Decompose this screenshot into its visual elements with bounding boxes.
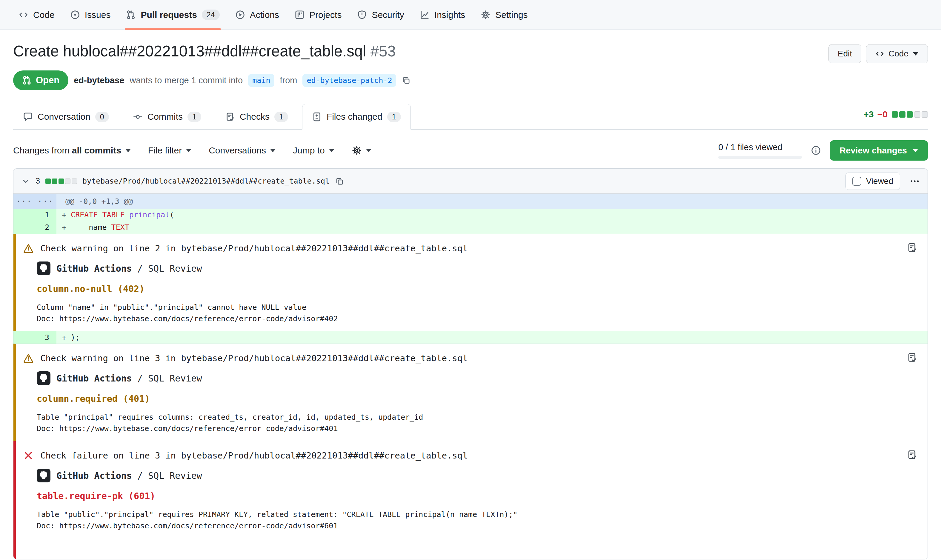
head-branch-label[interactable]: ed-bytebase-patch-2: [303, 74, 396, 87]
added-square: [892, 111, 898, 118]
tab-label: Conversation: [38, 112, 91, 122]
check-annotation-warning-402: Check warning on line 2 in bytebase/Prod…: [14, 234, 927, 331]
neutral-square: [65, 178, 71, 184]
diffstat-deletions: −0: [877, 109, 887, 119]
annotation-doc-link: Doc: https://www.bytebase.com/docs/refer…: [37, 423, 889, 434]
jump-to-label: Jump to: [293, 145, 325, 155]
comment-icon: [23, 112, 33, 122]
line-number[interactable]: 3: [14, 331, 57, 343]
gear-icon: [352, 145, 362, 155]
copy-icon[interactable]: [335, 177, 344, 186]
annotation-doc-link: Doc: https://www.bytebase.com/docs/refer…: [37, 313, 889, 325]
added-square: [899, 111, 906, 118]
tab-label: Commits: [148, 112, 183, 122]
edit-button[interactable]: Edit: [829, 44, 861, 63]
annotation-title: Check failure on line 3 in bytebase/Prod…: [40, 451, 468, 461]
diff-settings-dropdown[interactable]: [352, 145, 371, 155]
chevron-down-icon[interactable]: [21, 177, 30, 186]
neutral-square: [72, 178, 77, 184]
file-diff-icon: [312, 112, 322, 122]
kebab-menu-icon[interactable]: [910, 176, 920, 186]
check-annotation-failure-601: Check failure on line 3 in bytebase/Prod…: [14, 441, 927, 559]
expand-dots: ···: [14, 194, 35, 209]
check-source[interactable]: GitHub Actions / SQL Review: [57, 373, 202, 383]
pull-request-icon: [126, 10, 136, 20]
review-changes-button[interactable]: Review changes: [830, 140, 928, 161]
github-actions-avatar[interactable]: [37, 469, 51, 482]
hunk-header-text: @@ -0,0 +1,3 @@: [57, 194, 133, 209]
rule-title: table.require-pk (601): [37, 491, 889, 501]
file-filter-label: File filter: [148, 145, 182, 155]
chevron-down-icon: [913, 52, 919, 55]
github-actions-avatar[interactable]: [37, 262, 51, 275]
nav-item-actions[interactable]: Actions: [228, 0, 287, 29]
annotation-message: Table "public"."principal" requires PRIM…: [37, 509, 889, 520]
check-run-icon[interactable]: [907, 352, 917, 363]
conversations-label: Conversations: [209, 145, 266, 155]
rule-title: column.required (401): [37, 394, 889, 404]
file-changes-count: 3: [35, 177, 40, 186]
nav-item-insights[interactable]: Insights: [412, 0, 473, 29]
line-number[interactable]: 1: [14, 209, 57, 221]
changes-from-value: all commits: [72, 145, 121, 155]
nav-item-security[interactable]: Security: [349, 0, 412, 29]
tab-conversation[interactable]: Conversation 0: [13, 104, 119, 129]
diffstat-additions: +3: [864, 109, 874, 119]
line-number[interactable]: 2: [14, 221, 57, 234]
conversations-dropdown[interactable]: Conversations: [209, 145, 275, 155]
nav-item-issues[interactable]: Issues: [62, 0, 118, 29]
issue-icon: [70, 10, 80, 20]
tab-checks[interactable]: Checks 1: [215, 104, 298, 129]
pull-request-icon: [22, 75, 32, 85]
tab-count-badge: 1: [188, 112, 201, 122]
annotation-doc-link: Doc: https://www.bytebase.com/docs/refer…: [37, 520, 889, 532]
commit-icon: [133, 112, 143, 122]
neutral-square: [922, 111, 928, 118]
annotation-title: Check warning on line 2 in bytebase/Prod…: [40, 243, 468, 254]
check-source[interactable]: GitHub Actions / SQL Review: [57, 471, 202, 481]
check-source[interactable]: GitHub Actions / SQL Review: [57, 263, 202, 274]
nav-item-label: Insights: [434, 10, 465, 20]
added-square: [45, 178, 51, 184]
check-run-icon[interactable]: [907, 242, 917, 253]
nav-item-label: Issues: [85, 10, 111, 20]
nav-item-label: Settings: [495, 10, 527, 20]
hunk-header-row: ··· ··· @@ -0,0 +1,3 @@: [14, 194, 927, 209]
annotation-title: Check warning on line 3 in bytebase/Prod…: [40, 353, 468, 363]
github-actions-avatar[interactable]: [37, 371, 51, 385]
tab-label: Files changed: [327, 112, 383, 122]
added-square: [907, 111, 913, 118]
status-badge: Open: [13, 71, 68, 90]
chevron-down-icon: [912, 149, 918, 152]
nav-item-projects[interactable]: Projects: [287, 0, 349, 29]
base-branch-label[interactable]: main: [248, 74, 274, 87]
viewed-toggle-button[interactable]: Viewed: [846, 172, 900, 190]
nav-item-pull-requests[interactable]: Pull requests 24: [118, 0, 227, 29]
nav-item-label: Pull requests: [141, 10, 197, 20]
code-button[interactable]: Code: [866, 44, 928, 63]
files-viewed-text: 0 / 1 files viewed: [718, 142, 802, 152]
changes-from-dropdown[interactable]: Changes from all commits: [13, 145, 131, 155]
file-name[interactable]: bytebase/Prod/hublocal##20221013##ddl##c…: [82, 177, 330, 185]
check-run-icon[interactable]: [907, 449, 917, 460]
pr-author[interactable]: ed-bytebase: [74, 75, 124, 85]
pr-title-text: Create hublocal##20221013##ddl##create_t…: [13, 43, 366, 60]
files-viewed-progress-bar: [718, 156, 802, 159]
status-badge-label: Open: [36, 75, 59, 86]
chevron-down-icon: [366, 149, 371, 152]
copy-icon[interactable]: [401, 76, 411, 85]
file-header: 3 bytebase/Prod/hublocal##20221013##ddl#…: [14, 169, 927, 194]
info-icon[interactable]: [811, 145, 821, 155]
viewed-checkbox[interactable]: [852, 177, 861, 186]
tab-commits[interactable]: Commits 1: [123, 104, 211, 129]
tab-label: Checks: [240, 112, 269, 122]
line-code: + );: [57, 331, 927, 343]
nav-item-settings[interactable]: Settings: [473, 0, 535, 29]
hunk-expand-gutter[interactable]: ··· ···: [14, 194, 57, 209]
jump-to-dropdown[interactable]: Jump to: [293, 145, 334, 155]
line-code: + CREATE TABLE principal(: [57, 209, 927, 221]
tab-files-changed[interactable]: Files changed 1: [302, 104, 411, 129]
nav-item-code[interactable]: Code: [11, 0, 62, 29]
file-filter-dropdown[interactable]: File filter: [148, 145, 191, 155]
project-icon: [295, 10, 304, 20]
